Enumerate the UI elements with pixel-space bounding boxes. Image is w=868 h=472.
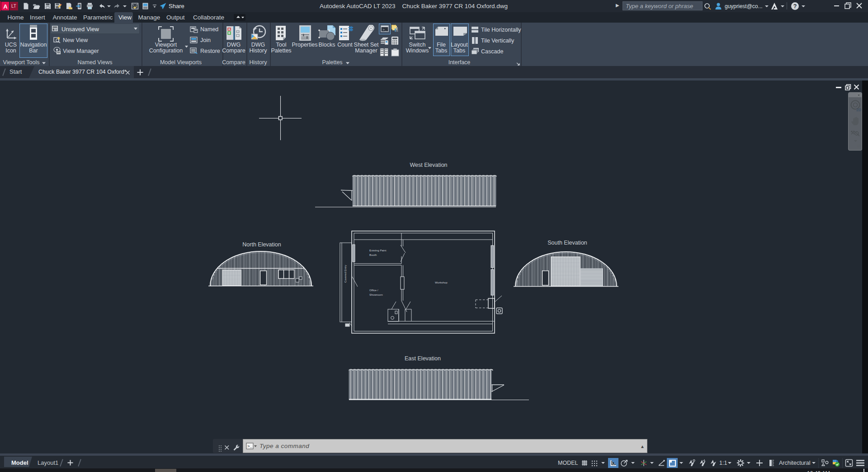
svg-text:?: ? [793,3,797,9]
svg-text:A: A [3,3,8,10]
svg-text:2D: 2D [856,108,861,112]
svg-text:South Elevation: South Elevation [547,240,587,246]
svg-text:West Elevation: West Elevation [410,162,447,168]
svg-text:Covered Entry: Covered Entry [344,264,347,283]
svg-text:>_: >_ [382,28,387,32]
svg-text:East Elevation: East Elevation [405,355,441,362]
svg-text:Existing Paint: Existing Paint [369,249,387,252]
svg-text:Office /: Office / [369,288,378,292]
svg-text:Workshop: Workshop [435,281,448,284]
svg-text:North Elevation: North Elevation [242,241,281,248]
svg-text:LT: LT [11,4,16,9]
svg-text:Showroom: Showroom [369,293,383,296]
svg-text:>_: >_ [247,444,252,449]
svg-text:Booth: Booth [369,253,377,256]
